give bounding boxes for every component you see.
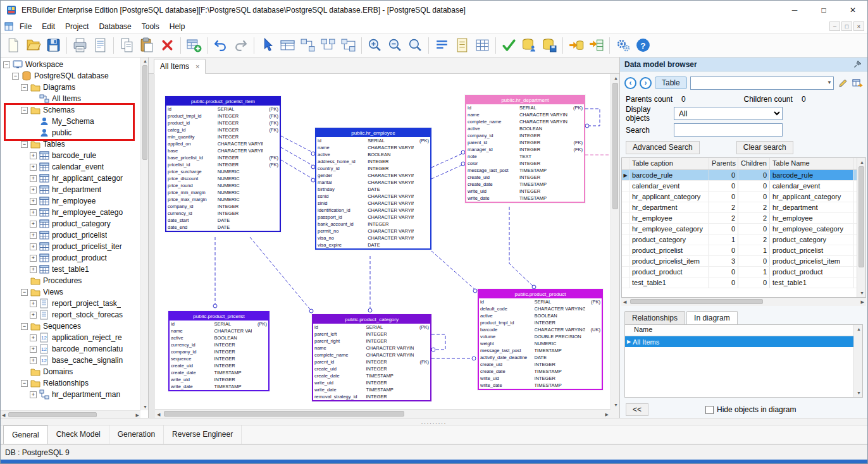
pin-icon[interactable] [852, 59, 863, 70]
collapse-icon[interactable]: − [21, 84, 28, 91]
menu-file[interactable]: File [15, 21, 37, 32]
collapse-icon[interactable]: − [21, 323, 28, 330]
tree-item-procedures[interactable]: Procedures [1, 275, 140, 286]
scroll-down-icon[interactable]: ▼ [857, 391, 861, 395]
db-user-button[interactable] [519, 35, 539, 55]
column-header-table-name[interactable]: Table Name [770, 158, 853, 169]
relation-tool-1-button[interactable] [298, 35, 318, 55]
print-preview-button[interactable] [90, 35, 110, 55]
tree-item-workspace[interactable]: −Workspace [1, 59, 140, 70]
relation-tool-3-button[interactable] [338, 35, 358, 55]
collapse-icon[interactable]: − [21, 141, 28, 148]
expand-icon[interactable]: + [30, 266, 37, 273]
close-button[interactable]: ✕ [838, 1, 867, 20]
entity-public-product-pricelist[interactable]: public.product_pricelistidSERIAL(PK)name… [168, 311, 270, 391]
tree-item-public[interactable]: public [1, 127, 140, 138]
tree-item-barcode-rule[interactable]: +barcode_rule [1, 150, 140, 161]
browser-grid-row[interactable]: product_pricelist_item30product_pricelis… [622, 256, 857, 267]
expand-icon[interactable]: + [30, 152, 37, 159]
browser-grid-row[interactable]: ▶barcode_rule00barcode_rule [622, 170, 857, 181]
mdi-restore-button[interactable]: □ [841, 21, 852, 31]
tree-item-product-category[interactable]: +product_category [1, 218, 140, 229]
tree-vertical-scrollbar[interactable]: ▲ ▼ [140, 58, 148, 410]
new-file-button[interactable] [3, 35, 23, 55]
expand-icon[interactable]: + [30, 164, 37, 171]
expand-icon[interactable]: + [30, 186, 37, 193]
hide-objects-checkbox[interactable] [705, 406, 714, 414]
scroll-thumb[interactable] [859, 166, 864, 267]
canvas-horizontal-scrollbar[interactable]: ◀ ▶ [155, 409, 611, 418]
collapse-panel-button[interactable]: << [626, 403, 648, 416]
expand-icon[interactable]: + [30, 357, 37, 364]
tree-item-product-pricelist-iter[interactable]: +product_pricelist_iter [1, 241, 140, 252]
forward-engineer-button[interactable] [566, 35, 586, 55]
model-grid-button[interactable] [473, 35, 492, 55]
browser-grid-row[interactable]: test_table100test_table1 [622, 278, 857, 288]
tree-item-hr-employee[interactable]: +hr_employee [1, 195, 140, 207]
scroll-up-icon[interactable]: ▲ [860, 160, 864, 164]
menu-database[interactable]: Database [94, 21, 136, 32]
mdi-close-button[interactable]: × [853, 21, 864, 31]
entity-public-hr-department[interactable]: public.hr_departmentidSERIAL(PK)nameCHAR… [465, 95, 585, 203]
zoom-out-button[interactable] [385, 35, 405, 55]
expand-icon[interactable]: + [30, 221, 37, 228]
scroll-left-icon[interactable]: ◀ [2, 413, 5, 417]
tree-item-tables[interactable]: −Tables [1, 138, 140, 150]
browser-grid-row[interactable]: hr_applicant_category00hr_applicant_cate… [622, 192, 857, 202]
clear-search-button[interactable]: Clear search [736, 141, 793, 154]
expand-icon[interactable]: + [30, 346, 37, 353]
undo-button[interactable] [211, 35, 230, 55]
nav-back-icon[interactable]: ‹ [624, 77, 636, 89]
copy-button[interactable] [117, 35, 137, 55]
bottom-tab-generation[interactable]: Generation [109, 425, 164, 444]
expand-icon[interactable]: + [30, 334, 37, 341]
maximize-button[interactable]: □ [809, 1, 838, 20]
tree-item-domains[interactable]: Domains [1, 366, 140, 377]
scroll-up-icon[interactable]: ▲ [857, 327, 861, 331]
tree-item-application-reject-re[interactable]: +12application_reject_re [1, 332, 140, 343]
expand-icon[interactable]: + [30, 175, 37, 182]
expand-icon[interactable]: + [30, 391, 37, 398]
column-header-children[interactable]: Children [738, 158, 770, 169]
tree-item-product-pricelist[interactable]: +product_pricelist [1, 229, 140, 241]
scroll-thumb[interactable] [8, 412, 97, 417]
scroll-left-icon[interactable]: ◀ [623, 300, 626, 305]
browser-grid-row[interactable]: hr_employee_category00hr_employee_catego… [622, 224, 857, 235]
tree-item-hr-department[interactable]: +hr_department [1, 184, 140, 195]
browser-grid-row[interactable]: product_category12product_category [622, 235, 857, 245]
scroll-right-icon[interactable]: ▶ [136, 413, 139, 417]
bottom-tab-reverse-engineer[interactable]: Reverse Engineer [164, 425, 242, 444]
expand-icon[interactable]: + [30, 243, 37, 250]
collapse-icon[interactable]: − [21, 289, 28, 296]
nav-forward-icon[interactable]: › [640, 77, 652, 89]
tree-item-schemas[interactable]: −Schemas [1, 104, 140, 116]
tree-item-test-table1[interactable]: +test_table1 [1, 264, 140, 275]
tab-in-diagram[interactable]: In diagram [686, 311, 738, 324]
tree-horizontal-scrollbar[interactable]: ◀ ▶ [1, 410, 140, 418]
print-button[interactable] [70, 35, 90, 55]
browser-grid-row[interactable]: product_pricelist01product_pricelist [622, 245, 857, 256]
diagram-canvas[interactable]: public.product_pricelist_itemidSERIAL(PK… [155, 74, 611, 409]
tree-item-my-schema[interactable]: My_Schema [1, 116, 140, 127]
settings-button[interactable] [613, 35, 633, 55]
edit-icon[interactable] [837, 77, 848, 89]
scroll-thumb[interactable] [142, 65, 147, 160]
tree-item-all-items[interactable]: All Items [1, 93, 140, 104]
scroll-up-icon[interactable]: ▲ [143, 59, 147, 63]
redo-button[interactable] [231, 35, 251, 55]
object-combo[interactable]: ▼ [690, 76, 834, 90]
tab-close-icon[interactable]: × [195, 63, 199, 70]
model-list-button[interactable] [432, 35, 452, 55]
expand-icon[interactable]: + [30, 232, 37, 239]
expand-icon[interactable]: + [30, 209, 37, 216]
tree-item-hr-applicant-categor[interactable]: +hr_applicant_categor [1, 173, 140, 184]
menu-project[interactable]: Project [60, 21, 94, 32]
collapse-icon[interactable]: − [3, 61, 10, 68]
column-header-table-caption[interactable]: Table caption [629, 158, 709, 169]
entity-public-product-pricelist-item[interactable]: public.product_pricelist_itemidSERIAL(PK… [165, 96, 281, 232]
add-entity-button[interactable] [184, 35, 204, 55]
tree-item-report-project-task[interactable]: +report_project_task_ [1, 298, 140, 309]
bottom-tab-general[interactable]: General [3, 425, 48, 444]
paste-button[interactable] [137, 35, 157, 55]
entity-public-hr-employee[interactable]: public.hr_employeeidSERIAL(PK)nameCHARAC… [315, 128, 431, 250]
